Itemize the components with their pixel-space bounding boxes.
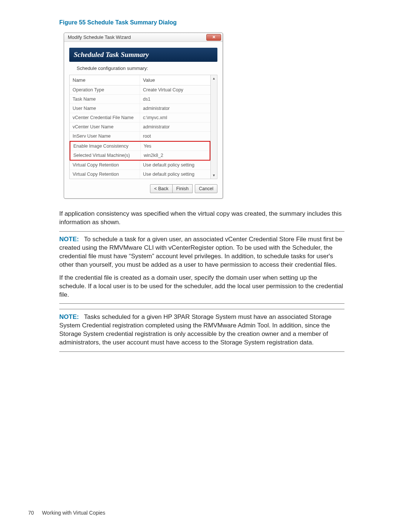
table-row: vCenter Credential File Name c:\myvc.xml [70, 113, 210, 122]
wizard-button-row: < Back Finish Cancel [64, 184, 223, 198]
note-label: NOTE: [59, 236, 79, 243]
cell-value: Yes [141, 142, 210, 151]
cell-value: root [140, 132, 210, 141]
cell-value: Create Virtual Copy [140, 85, 210, 94]
cell-name: User Name [70, 104, 140, 113]
cell-value: c:\myvc.xml [140, 113, 210, 122]
dialog-title-text: Modify Schedule Task Wizard [68, 34, 131, 40]
banner-title: Scheduled Task Summary [74, 51, 213, 59]
dialog-banner: Scheduled Task Summary [69, 48, 217, 62]
note-block-1: NOTE: To schedule a task for a given use… [59, 231, 344, 304]
table-row: vCenter User Name administrator [70, 122, 210, 132]
table-row: User Name administrator [70, 104, 210, 113]
table-row: Task Name ds1 [70, 95, 210, 104]
page-footer: 70 Working with Virtual Copies [28, 510, 105, 516]
cell-name: Virtual Copy Retention [70, 170, 140, 179]
note1-text2: If the credential file is created as a d… [59, 274, 344, 299]
header-name: Name [70, 75, 140, 85]
cell-name: vCenter User Name [70, 122, 140, 131]
table-row: Selected Virtual Machine(s) win2k8_2 [70, 151, 210, 160]
cell-value: administrator [140, 104, 210, 113]
cell-value: administrator [140, 122, 210, 131]
intro-paragraph: If application consistency was specified… [59, 210, 344, 227]
cell-value: Use default policy setting [140, 170, 210, 179]
cell-name: Task Name [70, 95, 140, 104]
summary-table: Name Value Operation Type Create Virtual… [69, 75, 211, 179]
table-header: Name Value [70, 75, 210, 85]
dialog-subhead: Schedule configuration summary: [77, 65, 217, 71]
note-block-2: NOTE: Tasks scheduled for a given HP 3PA… [59, 309, 344, 352]
page-number: 70 [28, 510, 34, 516]
table-row: Enable Image Consistency Yes [70, 142, 210, 151]
note-label: NOTE: [59, 313, 79, 320]
cell-name: Selected Virtual Machine(s) [70, 151, 141, 160]
table-row: Virtual Copy Retention Use default polic… [70, 170, 210, 179]
finish-button[interactable]: Finish [172, 184, 193, 193]
cancel-button[interactable]: Cancel [195, 184, 217, 193]
note2-text1: Tasks scheduled for a given HP 3PAR Stor… [59, 313, 331, 346]
section-title: Working with Virtual Copies [42, 510, 105, 516]
scrollbar[interactable]: ▲ ▼ [211, 75, 217, 179]
cell-name: Operation Type [70, 85, 140, 94]
dialog-titlebar: Modify Schedule Task Wizard ✕ [64, 33, 223, 42]
back-button[interactable]: < Back [150, 184, 173, 193]
cell-value: ds1 [140, 95, 210, 104]
close-icon[interactable]: ✕ [206, 34, 221, 41]
scroll-down-icon[interactable]: ▼ [212, 174, 216, 177]
cell-value: win2k8_2 [141, 151, 210, 160]
cell-name: vCenter Credential File Name [70, 113, 140, 122]
header-value: Value [140, 75, 210, 85]
table-row: Operation Type Create Virtual Copy [70, 85, 210, 95]
table-row: InServ User Name root [70, 132, 210, 141]
highlighted-rows: Enable Image Consistency Yes Selected Vi… [70, 141, 210, 161]
table-row: Virtual Copy Retention Use default polic… [70, 161, 210, 170]
scroll-up-icon[interactable]: ▲ [212, 77, 216, 80]
cell-value: Use default policy setting [140, 161, 210, 169]
note1-text1: To schedule a task for a given user, an … [59, 236, 342, 268]
cell-name: Enable Image Consistency [70, 142, 141, 151]
dialog-screenshot: Modify Schedule Task Wizard ✕ Scheduled … [64, 33, 223, 199]
figure-caption: Figure 55 Schedule Task Summary Dialog [59, 19, 344, 26]
cell-name: InServ User Name [70, 132, 140, 141]
cell-name: Virtual Copy Retention [70, 161, 140, 169]
